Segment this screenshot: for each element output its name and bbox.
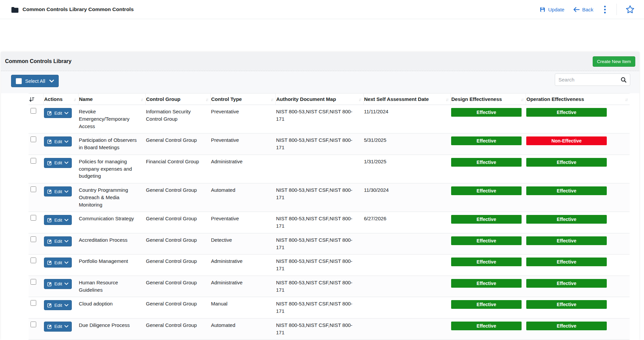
header-select-sort[interactable] bbox=[29, 94, 43, 105]
more-options-icon[interactable] bbox=[602, 4, 608, 15]
topbar-divider bbox=[616, 4, 617, 15]
operation-effectiveness-badge: Effective bbox=[526, 236, 607, 245]
row-checkbox[interactable] bbox=[31, 322, 36, 327]
row-checkbox[interactable] bbox=[31, 108, 36, 114]
edit-button[interactable]: Edit bbox=[44, 215, 72, 225]
sort-icon[interactable]: ↓↑ bbox=[141, 97, 143, 102]
sort-icon[interactable]: ↓↑ bbox=[206, 97, 208, 102]
cell-name: Accreditation Process bbox=[78, 233, 145, 254]
header-next-self-assessment-date[interactable]: Next Self Assessment Date↓↑ bbox=[363, 94, 450, 105]
edit-caret-icon bbox=[64, 112, 68, 115]
row-checkbox[interactable] bbox=[31, 136, 36, 142]
edit-pencil-icon bbox=[47, 239, 52, 244]
header-design-effectiveness[interactable]: Design Effectiveness↓↑ bbox=[450, 94, 526, 105]
header-design-label: Design Effectiveness bbox=[451, 96, 502, 102]
cell-control-type: Preventative bbox=[210, 133, 275, 155]
sort-icon[interactable]: ↓↑ bbox=[73, 97, 76, 102]
operation-effectiveness-badge: Effective bbox=[526, 158, 607, 167]
row-checkbox[interactable] bbox=[31, 300, 36, 306]
edit-button[interactable]: Edit bbox=[44, 258, 72, 268]
sort-icon[interactable]: ↓↑ bbox=[625, 97, 627, 102]
cell-name: Cloud adoption bbox=[78, 297, 145, 319]
create-new-item-button[interactable]: Create New Item bbox=[593, 56, 635, 67]
sort-icon[interactable]: ↓↑ bbox=[359, 97, 361, 102]
table-row: Edit Revoke Emergency/Temporary Access I… bbox=[29, 105, 630, 133]
cell-control-type: Automated bbox=[210, 318, 275, 340]
operation-effectiveness-badge: Effective bbox=[526, 108, 607, 117]
header-operation-label: Operation Effectiveness bbox=[527, 96, 584, 102]
header-control-group[interactable]: Control Group↓↑ bbox=[145, 94, 210, 105]
search-input[interactable] bbox=[558, 77, 621, 82]
row-checkbox[interactable] bbox=[31, 258, 36, 263]
edit-button[interactable]: Edit bbox=[44, 108, 72, 118]
back-arrow-icon bbox=[573, 7, 580, 12]
design-effectiveness-badge: Effective bbox=[451, 215, 522, 224]
cell-name: Revoke Emergency/Temporary Access bbox=[78, 105, 145, 133]
cell-authority-document-map: NIST 800-53,NIST CSF,NIST 800-171 bbox=[275, 183, 363, 212]
cell-control-type: Preventative bbox=[210, 212, 275, 233]
sort-icon[interactable]: ↓↑ bbox=[446, 97, 448, 102]
header-control-type[interactable]: Control Type↓↑ bbox=[210, 94, 275, 105]
edit-button-label: Edit bbox=[54, 324, 62, 329]
update-button[interactable]: Update bbox=[540, 7, 564, 12]
edit-button[interactable]: Edit bbox=[44, 158, 72, 168]
edit-pencil-icon bbox=[47, 111, 52, 115]
edit-caret-icon bbox=[64, 140, 68, 143]
back-button[interactable]: Back bbox=[573, 7, 593, 12]
design-effectiveness-badge: Effective bbox=[451, 300, 522, 309]
cell-next-self-assessment-date: 1/31/2025 bbox=[363, 155, 450, 183]
select-all-button[interactable]: Select All bbox=[11, 75, 59, 87]
cell-control-group: Information Security Control Group bbox=[145, 105, 210, 133]
cell-next-self-assessment-date bbox=[363, 233, 450, 254]
favorite-star-icon[interactable] bbox=[626, 5, 635, 14]
design-effectiveness-badge: Effective bbox=[451, 186, 522, 195]
cell-control-group: General Control Group bbox=[145, 297, 210, 319]
cell-control-group: General Control Group bbox=[145, 318, 210, 340]
edit-button[interactable]: Edit bbox=[44, 300, 72, 310]
cell-control-group: General Control Group bbox=[145, 276, 210, 297]
edit-pencil-icon bbox=[47, 303, 52, 307]
search-icon[interactable] bbox=[621, 77, 627, 83]
table-row: Edit Due Diligence Process General Contr… bbox=[29, 318, 630, 340]
edit-button[interactable]: Edit bbox=[44, 136, 72, 147]
sort-icon[interactable]: ↓↑ bbox=[271, 97, 273, 102]
edit-button-label: Edit bbox=[54, 218, 62, 223]
row-checkbox[interactable] bbox=[31, 215, 36, 221]
edit-caret-icon bbox=[64, 282, 68, 285]
edit-button[interactable]: Edit bbox=[44, 186, 72, 196]
row-checkbox[interactable] bbox=[31, 186, 36, 192]
select-all-checkbox[interactable] bbox=[16, 78, 22, 84]
edit-pencil-icon bbox=[47, 189, 52, 194]
edit-pencil-icon bbox=[47, 161, 52, 165]
edit-button-label: Edit bbox=[54, 160, 62, 165]
row-checkbox[interactable] bbox=[31, 279, 36, 285]
cell-authority-document-map: NIST 800-53,NIST CSF,NIST 800-171 bbox=[275, 276, 363, 297]
cell-authority-document-map: NIST 800-53,NIST CSF,NIST 800-171 bbox=[275, 318, 363, 340]
edit-pencil-icon bbox=[47, 139, 52, 144]
edit-button[interactable]: Edit bbox=[44, 322, 72, 332]
header-name[interactable]: Name↓↑ bbox=[78, 94, 145, 105]
cell-control-group: General Control Group bbox=[145, 254, 210, 276]
header-actions[interactable]: Actions↓↑ bbox=[43, 94, 78, 105]
row-checkbox[interactable] bbox=[31, 236, 36, 242]
cell-authority-document-map: NIST 800-53,NIST CSF,NIST 800-171 bbox=[275, 233, 363, 254]
design-effectiveness-badge: Effective bbox=[451, 279, 522, 288]
cell-authority-document-map: NIST 800-53,NIST CSF,NIST 800-171 bbox=[275, 254, 363, 276]
header-date-label: Next Self Assessment Date bbox=[364, 96, 429, 102]
edit-button[interactable]: Edit bbox=[44, 236, 72, 246]
row-checkbox[interactable] bbox=[31, 158, 36, 164]
cell-control-group: General Control Group bbox=[145, 183, 210, 212]
edit-caret-icon bbox=[64, 240, 68, 243]
header-authority-document-map[interactable]: Authority Document Map↓↑ bbox=[275, 94, 363, 105]
edit-button-label: Edit bbox=[54, 111, 62, 116]
operation-effectiveness-badge: Effective bbox=[526, 300, 607, 309]
cell-control-group: Financial Control Group bbox=[145, 155, 210, 183]
cell-name: Participation of Observers in Board Meet… bbox=[78, 133, 145, 155]
edit-button-label: Edit bbox=[54, 239, 62, 244]
header-operation-effectiveness[interactable]: Operation Effectiveness↓↑ bbox=[526, 94, 630, 105]
cell-control-group: General Control Group bbox=[145, 133, 210, 155]
sort-icon[interactable]: ↓↑ bbox=[521, 97, 523, 102]
edit-button[interactable]: Edit bbox=[44, 279, 72, 289]
select-all-label: Select All bbox=[25, 78, 45, 84]
table-body: Edit Revoke Emergency/Temporary Access I… bbox=[29, 105, 630, 340]
